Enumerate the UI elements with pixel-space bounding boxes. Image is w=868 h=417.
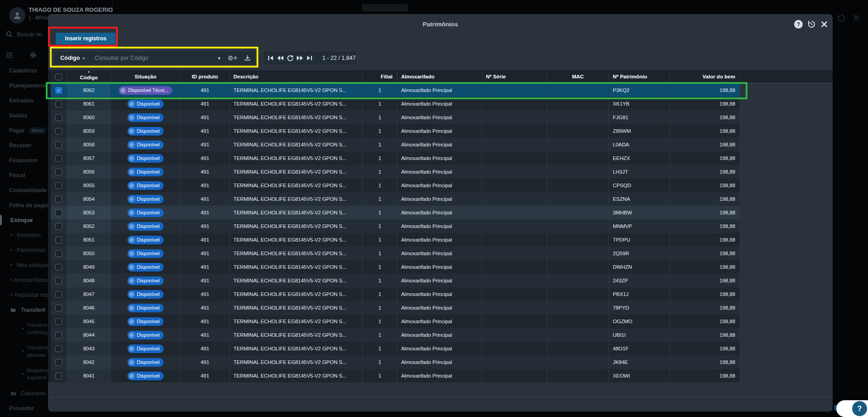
table-row[interactable]: 8047✓Disponível491TERMINAL ECHOLIFE EG81… [51,287,833,301]
sidebar-item-almoxarifados[interactable]: •Almoxarifados [0,272,48,287]
column-header-id-produto[interactable]: ID produto [180,70,230,83]
table-row[interactable]: 8055✓Disponível491TERMINAL ECHOLIFE EG81… [51,179,833,192]
search-input[interactable] [94,54,211,62]
select-all-checkbox[interactable] [55,73,62,80]
row-checkbox[interactable] [55,373,62,379]
row-checkbox[interactable] [55,345,62,352]
table-row[interactable]: 8049✓Disponível491TERMINAL ECHOLIFE EG81… [51,260,833,274]
table-row[interactable]: 8061✓Disponível491TERMINAL ECHOLIFE EG81… [51,97,833,111]
grid-menu-icon[interactable] [6,52,12,58]
row-checkbox[interactable] [55,196,62,203]
bullet-icon: • [10,247,17,253]
table-row[interactable]: 8051✓Disponível491TERMINAL ECHOLIFE EG81… [51,233,833,247]
sidebar-item-entradas[interactable]: Entradas [0,93,48,108]
sidebar-item-estoque[interactable]: Estoque [0,213,48,228]
column-header-descricao[interactable]: Descrição [230,70,363,83]
last-page-button[interactable] [306,55,312,61]
next-page-button[interactable] [296,55,303,61]
row-checkbox[interactable] [55,237,62,243]
sidebar-item-fiscal[interactable]: Fiscal [0,168,48,183]
sidebar-item-pagar[interactable]: PagarNovo! [0,123,48,138]
dropdown-caret-icon[interactable]: ▾ [218,55,221,61]
refresh-icon[interactable] [287,55,293,61]
column-header-situacao[interactable]: Situação [111,70,180,83]
sidebar-item-invent-rio[interactable]: •Inventário [0,228,48,242]
column-header-filial[interactable]: Filial [363,70,398,83]
table-row[interactable]: 8043✓Disponível491TERMINAL ECHOLIFE EG81… [51,342,833,355]
row-checkbox[interactable] [55,141,62,148]
cell-valor: 198,88 [670,124,740,138]
close-icon[interactable] [820,20,828,28]
sidebar-item-patrim-nios[interactable]: •Patrimônios [0,242,48,257]
row-checkbox[interactable] [55,128,62,135]
history-icon[interactable] [807,20,816,29]
row-checkbox[interactable] [55,101,62,107]
sidebar-item-folha-de-pagam[interactable]: Folha de pagam [0,198,48,213]
insert-records-button[interactable]: Inserir registros [56,33,116,44]
sidebar-item-cadastros[interactable]: Cadastros [0,385,48,402]
table-row[interactable]: ✓8062✓Disponível Técni...491TERMINAL ECH… [51,83,833,97]
first-page-button[interactable] [268,55,274,61]
help-fab[interactable]: ? [852,401,867,416]
column-header-almoxarifado[interactable]: Almoxarifado [398,70,482,83]
table-row[interactable]: 8041✓Disponível491TERMINAL ECHOLIFE EG81… [51,369,833,383]
column-header-codigo[interactable]: ▲Código [67,70,111,83]
table-row[interactable]: 8046✓Disponível491TERMINAL ECHOLIFE EG81… [51,301,833,315]
sidebar-item-registros[interactable]: •Registrostransferê [0,363,48,385]
sidebar-item-receber[interactable]: Receber [0,138,48,153]
sidebar-item-provedor[interactable]: Provedor [0,402,48,415]
table-row[interactable]: 8048✓Disponível491TERMINAL ECHOLIFE EG81… [51,274,833,287]
row-checkbox[interactable] [55,305,62,311]
sidebar-item-requisitar-ma[interactable]: •Requisitar ma [0,287,48,302]
printer-icon[interactable] [30,52,36,58]
row-checkbox[interactable]: ✓ [55,87,62,94]
global-search[interactable]: Buscar no [6,31,42,38]
column-header-n-patrimonio[interactable]: Nº Patrimônio [609,70,670,83]
row-checkbox[interactable] [55,209,62,216]
row-checkbox[interactable] [55,182,62,189]
table-row[interactable]: 8044✓Disponível491TERMINAL ECHOLIFE EG81… [51,328,833,342]
table-row[interactable]: 8056✓Disponível491TERMINAL ECHOLIFE EG81… [51,165,833,179]
table-row[interactable]: 8060✓Disponível491TERMINAL ECHOLIFE EG81… [51,111,833,124]
table-row[interactable]: 8053✓Disponível491TERMINAL ECHOLIFE EG81… [51,206,833,219]
row-checkbox[interactable] [55,114,62,121]
sidebar-item-transfer[interactable]: Transferê [0,302,48,317]
table-row[interactable]: 8042✓Disponível491TERMINAL ECHOLIFE EG81… [51,355,833,369]
sidebar-item-transferir[interactable]: •Transferiralmoxari [0,340,48,363]
sidebar-item-cadastros[interactable]: Cadastros [0,63,48,78]
row-checkbox[interactable] [55,223,62,230]
table-row[interactable]: 8057✓Disponível491TERMINAL ECHOLIFE EG81… [51,151,833,165]
settings-gears-icon[interactable]: ⚙⚙ [228,55,237,61]
table-row[interactable]: 8054✓Disponível491TERMINAL ECHOLIFE EG81… [51,192,833,206]
row-checkbox[interactable] [55,264,62,271]
sidebar-item-contabilidade[interactable]: Contabilidade [0,183,48,198]
table-row[interactable]: 8050✓Disponível491TERMINAL ECHOLIFE EG81… [51,247,833,260]
sidebar-item-transferir[interactable]: •Transferirconfirmaç [0,317,48,340]
check-circle-icon: ✓ [129,169,135,175]
sidebar-item-meu-estoque[interactable]: •Meu estoque [0,257,48,272]
sidebar-item-planejamento[interactable]: Planejamento [0,78,48,93]
cell-almoxarifado: Almoxarifado Principal [398,206,482,219]
column-header-mac[interactable]: MAC [547,70,609,83]
row-checkbox[interactable] [55,291,62,298]
row-checkbox[interactable] [55,332,62,339]
row-checkbox[interactable] [55,277,62,284]
prev-page-button[interactable] [277,55,284,61]
column-header-valor[interactable]: Valor do bem [670,70,740,83]
sidebar-item-financeiro[interactable]: Financeiro [0,153,48,168]
row-checkbox[interactable] [55,155,62,162]
row-checkbox[interactable] [55,359,62,366]
row-checkbox[interactable] [55,250,62,257]
column-header-n-serie[interactable]: Nº Série [482,70,547,83]
cell-descricao: TERMINAL ECHOLIFE EG8145V5-V2 GPON S... [230,328,363,342]
help-icon[interactable]: ? [794,20,803,29]
download-icon[interactable] [244,55,251,61]
table-row[interactable]: 8045✓Disponível491TERMINAL ECHOLIFE EG81… [51,315,833,328]
search-field-selector[interactable]: Código ▾ [60,55,85,61]
sidebar-item-sa-das[interactable]: Saídas [0,108,48,123]
row-checkbox[interactable] [55,318,62,325]
row-checkbox[interactable] [55,169,62,175]
table-row[interactable]: 8052✓Disponível491TERMINAL ECHOLIFE EG81… [51,219,833,233]
table-row[interactable]: 8058✓Disponível491TERMINAL ECHOLIFE EG81… [51,138,833,151]
table-row[interactable]: 8059✓Disponível491TERMINAL ECHOLIFE EG81… [51,124,833,138]
